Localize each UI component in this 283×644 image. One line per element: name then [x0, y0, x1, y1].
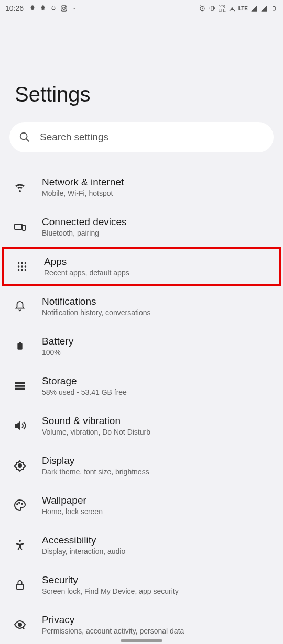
- item-sub: Volume, vibration, Do Not Disturb: [42, 428, 150, 436]
- instagram-icon: [60, 5, 68, 12]
- svg-point-28: [21, 503, 23, 504]
- bell-icon: [13, 299, 27, 314]
- search-settings[interactable]: Search settings: [9, 122, 274, 152]
- privacy-eye-icon: [13, 617, 27, 632]
- item-sub: Screen lock, Find My Device, app securit…: [42, 587, 179, 595]
- settings-item-privacy[interactable]: Privacy Permissions, account activity, p…: [0, 605, 283, 644]
- settings-item-sound[interactable]: Sound & vibration Volume, vibration, Do …: [0, 406, 283, 446]
- alarm-icon: [199, 5, 206, 12]
- svg-point-16: [25, 265, 27, 268]
- svg-point-2: [66, 6, 66, 7]
- battery-icon: [270, 5, 278, 12]
- status-time: 10:26: [5, 4, 24, 13]
- vibrate-icon: [209, 5, 216, 12]
- svg-rect-6: [273, 7, 276, 11]
- svg-point-8: [20, 133, 27, 140]
- svg-rect-21: [19, 342, 21, 343]
- item-sub: Bluetooth, pairing: [42, 229, 127, 237]
- devices-icon: [13, 219, 27, 234]
- svg-point-18: [21, 269, 23, 271]
- settings-item-notifications[interactable]: Notifications Notification history, conv…: [0, 286, 283, 326]
- item-label: Display: [42, 455, 149, 467]
- svg-rect-4: [211, 6, 213, 10]
- item-sub: 100%: [42, 348, 73, 357]
- svg-rect-9: [15, 224, 22, 229]
- item-label: Security: [42, 574, 179, 586]
- brightness-icon: [13, 458, 27, 473]
- item-label: Wallpaper: [42, 495, 103, 506]
- item-label: Privacy: [42, 614, 184, 626]
- svg-point-19: [25, 269, 27, 271]
- item-sub: Notification history, conversations: [42, 308, 151, 317]
- settings-item-connected-devices[interactable]: Connected devices Bluetooth, pairing: [0, 207, 283, 247]
- status-right: Vo)LTE LTE: [199, 4, 278, 13]
- apps-grid-icon: [15, 259, 29, 274]
- svg-rect-7: [274, 6, 275, 7]
- svg-point-13: [25, 262, 27, 264]
- svg-rect-22: [15, 382, 25, 384]
- lte-label: LTE: [238, 6, 248, 12]
- wifi-icon: [13, 180, 27, 194]
- svg-rect-24: [15, 388, 25, 390]
- item-label: Connected devices: [42, 216, 127, 228]
- search-icon: [19, 131, 30, 143]
- search-placeholder: Search settings: [40, 131, 108, 143]
- item-label: Accessibility: [42, 535, 125, 546]
- settings-item-accessibility[interactable]: Accessibility Display, interaction, audi…: [0, 525, 283, 565]
- snapchat-icon: [29, 5, 36, 12]
- item-sub: Dark theme, font size, brightness: [42, 468, 149, 476]
- svg-point-5: [232, 8, 233, 9]
- volume-icon: [13, 418, 27, 433]
- settings-item-display[interactable]: Display Dark theme, font size, brightnes…: [0, 446, 283, 485]
- item-sub: Recent apps, default apps: [44, 269, 129, 277]
- settings-item-network[interactable]: Network & internet Mobile, Wi-Fi, hotspo…: [0, 167, 283, 207]
- status-left: 10:26 •: [5, 4, 78, 13]
- settings-item-storage[interactable]: Storage 58% used - 53.41 GB free: [0, 366, 283, 406]
- hotspot-icon: [228, 5, 236, 12]
- item-label: Notifications: [42, 296, 151, 307]
- nav-handle[interactable]: [121, 639, 162, 642]
- svg-point-25: [18, 464, 21, 467]
- item-label: Network & internet: [42, 176, 124, 188]
- item-sub: 58% used - 53.41 GB free: [42, 388, 127, 396]
- flame-icon: [50, 5, 57, 12]
- svg-point-1: [63, 7, 66, 10]
- signal-icon: [260, 5, 268, 12]
- item-sub: Permissions, account activity, personal …: [42, 627, 184, 635]
- svg-point-26: [17, 504, 18, 505]
- settings-list: Network & internet Mobile, Wi-Fi, hotspo…: [0, 167, 283, 644]
- settings-item-apps[interactable]: Apps Recent apps, default apps: [2, 247, 281, 286]
- signal-icon: [251, 5, 258, 12]
- settings-item-battery[interactable]: Battery 100%: [0, 326, 283, 366]
- item-label: Apps: [44, 256, 129, 268]
- item-label: Battery: [42, 336, 73, 347]
- svg-rect-10: [23, 225, 25, 230]
- battery-icon: [13, 339, 27, 353]
- svg-point-17: [18, 269, 20, 271]
- svg-point-14: [18, 265, 20, 268]
- svg-point-29: [19, 540, 21, 542]
- snapchat-icon: [39, 5, 47, 12]
- svg-point-31: [18, 623, 21, 626]
- item-sub: Mobile, Wi-Fi, hotspot: [42, 189, 124, 197]
- svg-point-12: [21, 262, 23, 264]
- svg-point-27: [19, 502, 20, 503]
- storage-icon: [13, 379, 27, 393]
- dot-icon: •: [71, 5, 78, 12]
- lock-icon: [13, 578, 27, 592]
- settings-item-security[interactable]: Security Screen lock, Find My Device, ap…: [0, 565, 283, 605]
- page-title: Settings: [0, 15, 283, 122]
- svg-rect-30: [17, 584, 24, 589]
- item-sub: Home, lock screen: [42, 507, 103, 516]
- item-label: Sound & vibration: [42, 415, 150, 427]
- accessibility-icon: [13, 538, 27, 552]
- item-sub: Display, interaction, audio: [42, 547, 125, 556]
- status-bar: 10:26 • Vo)LTE LTE: [0, 0, 283, 15]
- svg-rect-23: [15, 385, 25, 387]
- svg-rect-20: [17, 343, 22, 350]
- item-label: Storage: [42, 375, 127, 387]
- svg-point-11: [18, 262, 20, 264]
- volte-icon: Vo)LTE: [219, 4, 226, 13]
- svg-point-15: [21, 265, 23, 268]
- settings-item-wallpaper[interactable]: Wallpaper Home, lock screen: [0, 485, 283, 525]
